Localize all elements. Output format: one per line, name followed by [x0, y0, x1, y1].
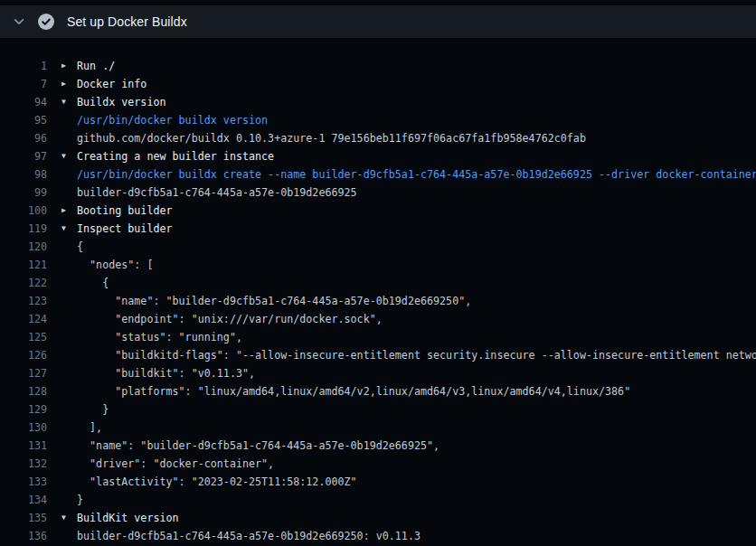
- log-line[interactable]: 94 ▼ Buildx version: [0, 93, 756, 111]
- log-line: 125 "status": "running",: [0, 328, 756, 346]
- log-text: "name": "builder-d9cfb5a1-c764-445a-a57e…: [77, 437, 439, 455]
- log-text: {: [77, 238, 83, 256]
- log-line: 133 "lastActivity": "2023-02-25T11:58:12…: [0, 473, 756, 491]
- log-line: 124 "endpoint": "unix:///var/run/docker.…: [0, 310, 756, 328]
- log-text[interactable]: Buildx version: [77, 93, 166, 111]
- log-line: 96 github.com/docker/buildx 0.10.3+azure…: [0, 129, 756, 147]
- log-text[interactable]: Booting builder: [77, 202, 173, 220]
- line-number[interactable]: 119: [0, 220, 47, 238]
- log-text: "platforms": "linux/amd64,linux/amd64/v2…: [77, 382, 630, 400]
- step-title: Set up Docker Buildx: [67, 14, 187, 29]
- log-text: "name": "builder-d9cfb5a1-c764-445a-a57e…: [77, 292, 471, 310]
- log-text: github.com/docker/buildx 0.10.3+azure-1 …: [77, 129, 586, 147]
- line-number[interactable]: 136: [0, 527, 47, 545]
- line-number[interactable]: 134: [0, 491, 47, 509]
- log-line: 122 {: [0, 274, 756, 292]
- line-number[interactable]: 100: [0, 202, 47, 220]
- log-line: 134 }: [0, 491, 756, 509]
- log-line: 131 "name": "builder-d9cfb5a1-c764-445a-…: [0, 437, 756, 455]
- log-text: "lastActivity": "2023-02-25T11:58:12.000…: [77, 473, 357, 491]
- line-number[interactable]: 127: [0, 364, 47, 382]
- line-number[interactable]: 122: [0, 274, 47, 292]
- step-header[interactable]: Set up Docker Buildx: [0, 5, 756, 38]
- indent-spacer: [61, 165, 77, 184]
- disclosure-triangle-icon[interactable]: ▶: [61, 57, 77, 75]
- line-number[interactable]: 133: [0, 473, 47, 491]
- log-line: 120 {: [0, 238, 756, 256]
- log-text: "buildkit": "v0.11.3",: [77, 364, 255, 382]
- line-number[interactable]: 132: [0, 455, 47, 473]
- line-number[interactable]: 97: [0, 147, 47, 165]
- indent-spacer: [61, 238, 77, 256]
- disclosure-triangle-icon[interactable]: ▼: [61, 147, 77, 165]
- line-number[interactable]: 96: [0, 129, 47, 147]
- line-number[interactable]: 131: [0, 437, 47, 455]
- indent-spacer: [61, 400, 77, 419]
- indent-spacer: [61, 129, 77, 147]
- log-line: 127 "buildkit": "v0.11.3",: [0, 364, 756, 382]
- log-text: "status": "running",: [77, 328, 242, 346]
- log-text: }: [77, 491, 83, 509]
- log-line: 130 ],: [0, 419, 756, 437]
- log-line[interactable]: 97 ▼ Creating a new builder instance: [0, 147, 756, 165]
- indent-spacer: [61, 310, 77, 328]
- log-line: 121 "nodes": [: [0, 256, 756, 274]
- log-line[interactable]: 135 ▼ BuildKit version: [0, 509, 756, 527]
- log-line: 128 "platforms": "linux/amd64,linux/amd6…: [0, 382, 756, 400]
- indent-spacer: [61, 328, 77, 346]
- check-circle-icon: [38, 14, 54, 30]
- log-line: 126 "buildkitd-flags": "--allow-insecure…: [0, 346, 756, 364]
- line-number[interactable]: 126: [0, 346, 47, 364]
- indent-spacer: [61, 527, 77, 545]
- line-number[interactable]: 123: [0, 292, 47, 310]
- log-line[interactable]: 119 ▼ Inspect builder: [0, 220, 756, 238]
- line-number[interactable]: 135: [0, 509, 47, 527]
- log-text[interactable]: Inspect builder: [77, 220, 173, 238]
- log-line[interactable]: 100 ▶ Booting builder: [0, 202, 756, 220]
- line-number[interactable]: 120: [0, 238, 47, 256]
- indent-spacer: [61, 184, 77, 202]
- log-text: /usr/bin/docker buildx create --name bui…: [77, 165, 756, 184]
- indent-spacer: [61, 419, 77, 437]
- log-line: 129 }: [0, 400, 756, 419]
- log-text: "buildkitd-flags": "--allow-insecure-ent…: [77, 346, 756, 364]
- line-number[interactable]: 7: [0, 75, 47, 93]
- indent-spacer: [61, 437, 77, 455]
- log-text: "endpoint": "unix:///var/run/docker.sock…: [77, 310, 383, 328]
- line-number[interactable]: 99: [0, 184, 47, 202]
- line-number[interactable]: 124: [0, 310, 47, 328]
- line-number[interactable]: 94: [0, 93, 47, 111]
- log-line[interactable]: 1 ▶ Run ./: [0, 57, 756, 75]
- log-text: }: [77, 400, 109, 419]
- indent-spacer: [61, 292, 77, 310]
- log-text[interactable]: Run ./: [77, 57, 115, 75]
- line-number[interactable]: 95: [0, 111, 47, 129]
- log-text: builder-d9cfb5a1-c764-445a-a57e-0b19d2e6…: [77, 527, 421, 545]
- line-number[interactable]: 128: [0, 382, 47, 400]
- log-text[interactable]: Creating a new builder instance: [77, 147, 274, 165]
- log-line[interactable]: 7 ▶ Docker info: [0, 75, 756, 93]
- indent-spacer: [61, 274, 77, 292]
- actions-log-viewer: Set up Docker Buildx 1 ▶ Run ./ 7 ▶ Dock…: [0, 5, 756, 545]
- disclosure-triangle-icon[interactable]: ▶: [61, 202, 77, 220]
- log-line: 136 builder-d9cfb5a1-c764-445a-a57e-0b19…: [0, 527, 756, 545]
- log-text[interactable]: BuildKit version: [77, 509, 179, 527]
- log-text: /usr/bin/docker buildx version: [77, 111, 268, 129]
- line-number[interactable]: 98: [0, 165, 47, 184]
- disclosure-triangle-icon[interactable]: ▼: [61, 93, 77, 111]
- log-text: builder-d9cfb5a1-c764-445a-a57e-0b19d2e6…: [77, 184, 357, 202]
- indent-spacer: [61, 473, 77, 491]
- line-number[interactable]: 1: [0, 57, 47, 75]
- line-number[interactable]: 125: [0, 328, 47, 346]
- disclosure-triangle-icon[interactable]: ▶: [61, 75, 77, 93]
- indent-spacer: [61, 256, 77, 274]
- line-number[interactable]: 130: [0, 419, 47, 437]
- disclosure-triangle-icon[interactable]: ▼: [61, 220, 77, 238]
- line-number[interactable]: 121: [0, 256, 47, 274]
- log-text: ],: [77, 419, 102, 437]
- log-text[interactable]: Docker info: [77, 75, 146, 93]
- line-number[interactable]: 129: [0, 400, 47, 419]
- indent-spacer: [61, 491, 77, 509]
- disclosure-triangle-icon[interactable]: ▼: [61, 509, 77, 527]
- chevron-down-icon[interactable]: [13, 15, 25, 28]
